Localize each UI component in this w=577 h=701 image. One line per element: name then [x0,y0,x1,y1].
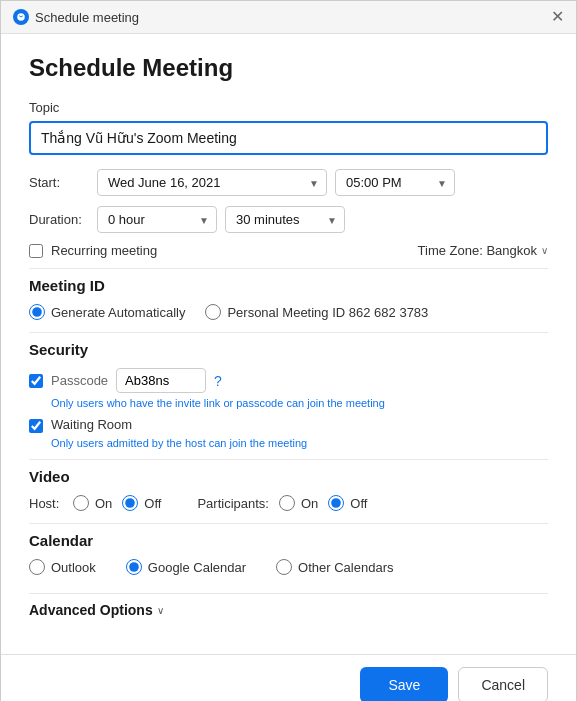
cancel-button[interactable]: Cancel [458,667,548,701]
title-bar: Schedule meeting ✕ [1,1,576,34]
host-off-radio[interactable] [122,495,138,511]
host-off[interactable]: Off [122,495,161,511]
passcode-note: Only users who have the invite link or p… [51,397,548,409]
host-on-label: On [95,496,112,511]
divider-2 [29,332,548,333]
advanced-options-label: Advanced Options [29,602,153,618]
advanced-options-arrow: ∨ [157,605,164,616]
min-select-wrapper: 30 minutes 0 minutes 15 minutes 45 minut… [225,206,345,233]
time-select[interactable]: 05:00 PM [335,169,455,196]
page-title: Schedule Meeting [29,54,548,82]
participants-on-label: On [301,496,318,511]
calendar-other-radio[interactable] [276,559,292,575]
meeting-id-options: Generate Automatically Personal Meeting … [29,304,548,320]
recurring-row: Recurring meeting Time Zone: Bangkok ∨ [29,243,548,258]
participants-off-radio[interactable] [328,495,344,511]
meeting-id-auto[interactable]: Generate Automatically [29,304,185,320]
recurring-checkbox[interactable] [29,244,43,258]
calendar-google-radio[interactable] [126,559,142,575]
calendar-google-label: Google Calendar [148,560,246,575]
waiting-room-checkbox[interactable] [29,419,43,433]
meeting-id-personal-label: Personal Meeting ID 862 682 3783 [227,305,428,320]
hour-select[interactable]: 0 hour 1 hour 2 hours [97,206,217,233]
help-icon[interactable]: ? [214,373,222,389]
app-title: Schedule meeting [35,10,139,25]
host-off-label: Off [144,496,161,511]
calendar-outlook-label: Outlook [51,560,96,575]
close-button[interactable]: ✕ [551,9,564,25]
meeting-id-personal-radio[interactable] [205,304,221,320]
calendar-other-label: Other Calendars [298,560,393,575]
duration-label: Duration: [29,212,97,227]
footer: Save Cancel [1,654,576,701]
participants-off-label: Off [350,496,367,511]
start-label: Start: [29,175,97,190]
recurring-label: Recurring meeting [51,243,157,258]
divider-4 [29,523,548,524]
waiting-room-note: Only users admitted by the host can join… [51,437,548,449]
divider-5 [29,593,548,594]
app-icon [13,9,29,25]
host-label: Host: [29,496,67,511]
minute-select[interactable]: 30 minutes 0 minutes 15 minutes 45 minut… [225,206,345,233]
meeting-id-personal[interactable]: Personal Meeting ID 862 682 3783 [205,304,428,320]
recurring-left: Recurring meeting [29,243,157,258]
duration-row: Duration: 0 hour 1 hour 2 hours ▼ 30 min… [29,206,548,233]
participants-on[interactable]: On [279,495,318,511]
calendar-title: Calendar [29,532,548,549]
topic-input[interactable] [29,121,548,155]
calendar-outlook-radio[interactable] [29,559,45,575]
passcode-label: Passcode [51,373,108,388]
passcode-checkbox[interactable] [29,374,43,388]
date-select[interactable]: Wed June 16, 2021 [97,169,327,196]
timezone-area[interactable]: Time Zone: Bangkok ∨ [418,243,548,258]
waiting-room-row: Waiting Room [29,417,548,433]
host-on-radio[interactable] [73,495,89,511]
passcode-input[interactable] [116,368,206,393]
video-row: Host: On Off Participants: On Off [29,495,548,511]
title-bar-left: Schedule meeting [13,9,139,25]
save-button[interactable]: Save [360,667,448,701]
calendar-outlook[interactable]: Outlook [29,559,96,575]
participants-label: Participants: [197,496,269,511]
timezone-text: Time Zone: Bangkok [418,243,537,258]
divider-1 [29,268,548,269]
security-section: Passcode ? Only users who have the invit… [29,368,548,449]
meeting-id-auto-label: Generate Automatically [51,305,185,320]
calendar-other[interactable]: Other Calendars [276,559,393,575]
security-title: Security [29,341,548,358]
calendar-row: Outlook Google Calendar Other Calendars [29,559,548,575]
host-on[interactable]: On [73,495,112,511]
meeting-id-auto-radio[interactable] [29,304,45,320]
waiting-room-label: Waiting Room [51,417,132,432]
meeting-id-title: Meeting ID [29,277,548,294]
time-select-wrapper: 05:00 PM ▼ [335,169,455,196]
timezone-arrow: ∨ [541,245,548,256]
divider-3 [29,459,548,460]
hour-select-wrapper: 0 hour 1 hour 2 hours ▼ [97,206,217,233]
start-row: Start: Wed June 16, 2021 ▼ 05:00 PM ▼ [29,169,548,196]
date-select-wrapper: Wed June 16, 2021 ▼ [97,169,327,196]
passcode-row: Passcode ? [29,368,548,393]
advanced-options-row[interactable]: Advanced Options ∨ [29,602,548,618]
main-content: Schedule Meeting Topic Start: Wed June 1… [1,34,576,654]
video-title: Video [29,468,548,485]
topic-label: Topic [29,100,548,115]
calendar-google[interactable]: Google Calendar [126,559,246,575]
participants-on-radio[interactable] [279,495,295,511]
participants-off[interactable]: Off [328,495,367,511]
